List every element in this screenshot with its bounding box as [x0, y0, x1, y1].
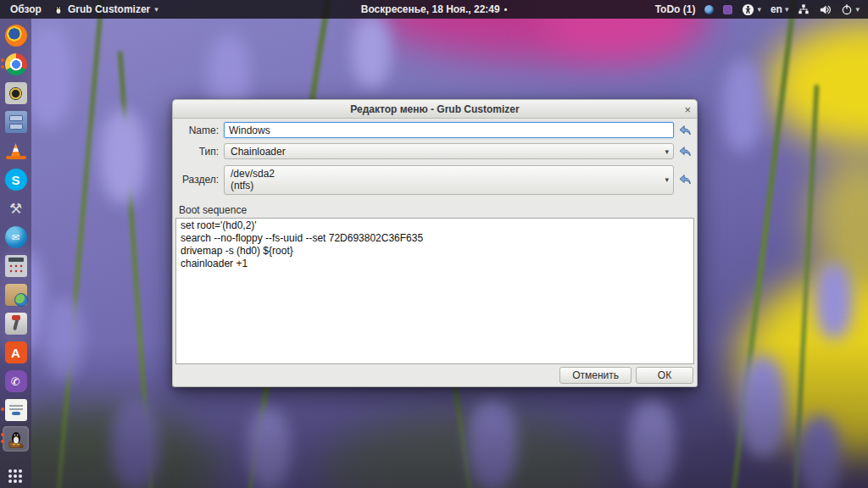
chrome-icon[interactable] — [3, 52, 29, 77]
thunderbird-icon[interactable]: ✉ — [3, 225, 29, 250]
clock[interactable]: Воскресенье, 18 Ноя., 22:49 — [361, 3, 500, 15]
ok-button[interactable]: ОК — [636, 367, 693, 384]
menu-editor-dialog: Редактор меню - Grub Customizer × Name: … — [172, 99, 698, 387]
skype-icon[interactable]: S — [3, 167, 29, 192]
document-icon[interactable] — [3, 397, 29, 423]
show-applications-icon[interactable] — [3, 458, 29, 484]
dropdown-arrow-icon: ▾ — [665, 147, 669, 155]
accessibility-menu[interactable]: ▾ — [742, 3, 761, 16]
power-icon — [841, 3, 853, 15]
cancel-button[interactable]: Отменить — [559, 367, 632, 384]
file-cabinet-icon[interactable] — [3, 109, 29, 135]
partition-dropdown[interactable]: /dev/sda2 (ntfs) — [224, 165, 674, 195]
chevron-down-icon: ▾ — [785, 5, 789, 14]
partition-device: /dev/sda2 — [231, 168, 658, 180]
language-label: en — [771, 3, 782, 15]
tray-app-icon[interactable] — [704, 5, 714, 14]
name-label: Name: — [178, 125, 219, 136]
name-input[interactable] — [224, 122, 674, 138]
package-globe-icon[interactable] — [3, 282, 29, 308]
media-player-icon[interactable] — [3, 80, 29, 106]
undo-revert-icon[interactable] — [678, 124, 692, 137]
tools-icon[interactable]: ⚒ — [3, 196, 29, 221]
boot-sequence-editor[interactable]: set root='(hd0,2)' search --no-floppy --… — [175, 218, 694, 364]
top-panel: Обзор Grub Customizer ▾ Воскресенье, 18 … — [0, 0, 868, 19]
app-penguin-icon — [53, 4, 64, 14]
launcher-dock: S ⚒ ✉ A ✆ — [0, 19, 31, 488]
close-icon[interactable]: × — [684, 100, 691, 119]
keyboard-layout-menu[interactable]: en ▾ — [771, 3, 789, 15]
todo-indicator[interactable]: ToDo (1) — [655, 3, 696, 15]
dialog-titlebar[interactable]: Редактор меню - Grub Customizer × — [173, 100, 697, 119]
dropdown-arrow-icon: ▾ — [665, 175, 669, 184]
chevron-down-icon: ▾ — [154, 5, 159, 14]
type-dropdown[interactable]: Chainloader — [224, 143, 674, 159]
activities-overview-button[interactable]: Обзор — [10, 3, 42, 15]
chevron-down-icon: ▾ — [855, 5, 860, 14]
grub-customizer-icon[interactable] — [3, 426, 29, 452]
partition-fstype: (ntfs) — [231, 180, 658, 191]
lever-switch-icon[interactable] — [3, 311, 29, 336]
vlc-icon[interactable] — [3, 138, 29, 164]
accessibility-icon — [742, 3, 754, 16]
app-menu-label: Grub Customizer — [68, 3, 150, 15]
tray-viber-icon[interactable] — [723, 5, 732, 14]
notification-dot: • — [504, 5, 508, 14]
app-menu[interactable]: Grub Customizer ▾ — [53, 3, 159, 15]
chevron-down-icon: ▾ — [757, 5, 761, 14]
calculator-icon[interactable] — [3, 253, 29, 279]
network-icon[interactable] — [798, 3, 810, 15]
a-app-icon[interactable]: A — [3, 340, 29, 365]
undo-revert-icon[interactable] — [678, 173, 692, 186]
partition-label: Раздел: — [178, 174, 219, 186]
system-menu[interactable]: ▾ — [841, 3, 860, 15]
penguin-boot-icon — [6, 429, 26, 449]
viber-icon[interactable]: ✆ — [3, 369, 29, 394]
boot-sequence-label: Boot sequence — [179, 204, 697, 216]
dialog-title: Редактор меню - Grub Customizer — [350, 103, 519, 115]
type-label: Тип: — [178, 146, 219, 158]
undo-revert-icon[interactable] — [678, 145, 692, 158]
volume-icon[interactable] — [819, 3, 832, 16]
firefox-icon[interactable] — [3, 23, 29, 48]
